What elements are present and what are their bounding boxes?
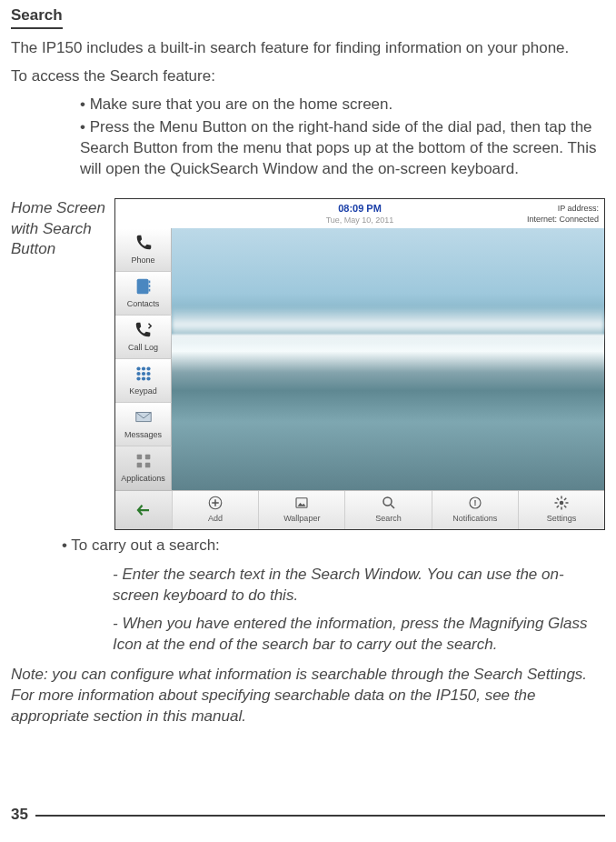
notifications-icon: ! bbox=[467, 495, 483, 511]
sidebar-item-call-log[interactable]: Call Log bbox=[115, 316, 172, 359]
footer-rule bbox=[35, 815, 605, 817]
svg-point-10 bbox=[136, 376, 140, 380]
sidebar-item-label: Contacts bbox=[127, 298, 160, 309]
bullet-item: • Press the Menu Button on the right-han… bbox=[80, 117, 605, 180]
sidebar-item-label: Call Log bbox=[128, 342, 158, 353]
menu-item-settings[interactable]: Settings bbox=[518, 491, 604, 529]
screenshot: 08:09 PM Tue, May 10, 2011 IP address: I… bbox=[114, 198, 605, 530]
menu-item-search[interactable]: Search bbox=[344, 491, 431, 529]
bullet-item: • Make sure that you are on the home scr… bbox=[80, 95, 605, 115]
sub-bullet-item: - Enter the search text in the Search Wi… bbox=[113, 565, 605, 606]
sidebar-item-keypad[interactable]: Keypad bbox=[115, 359, 172, 403]
svg-point-9 bbox=[146, 372, 150, 376]
sidebar-item-applications[interactable]: Applications bbox=[115, 446, 172, 490]
svg-rect-1 bbox=[148, 281, 150, 284]
sidebar-item-label: Keypad bbox=[129, 386, 157, 396]
network-status-label: Internet: Connected bbox=[527, 214, 599, 225]
svg-point-7 bbox=[136, 372, 140, 376]
sidebar-item-contacts[interactable]: Contacts bbox=[115, 272, 172, 316]
sidebar-item-label: Phone bbox=[131, 255, 154, 266]
figure: Home Screen with Search Button 08:09 PM … bbox=[11, 198, 605, 530]
back-icon bbox=[135, 502, 152, 518]
intro-paragraph-2: To access the Search feature: bbox=[11, 66, 605, 87]
sidebar: Phone Contacts Call Log bbox=[115, 228, 172, 490]
call-log-icon bbox=[134, 320, 154, 340]
keypad-icon bbox=[134, 364, 154, 384]
page-number: 35 bbox=[11, 805, 28, 826]
manual-page: Search The IP150 includes a built-in sea… bbox=[0, 0, 616, 842]
menu-item-label: Wallpaper bbox=[283, 513, 320, 524]
menu-item-label: Add bbox=[208, 513, 223, 524]
figure-caption: Home Screen with Search Button bbox=[11, 198, 114, 261]
status-center: 08:09 PM Tue, May 10, 2011 bbox=[239, 202, 481, 226]
menu-item-notifications[interactable]: ! Notifications bbox=[432, 491, 518, 529]
phone-icon bbox=[134, 233, 154, 253]
svg-point-22 bbox=[560, 501, 564, 506]
intro-paragraph-1: The IP150 includes a built-in search fea… bbox=[11, 38, 605, 59]
sidebar-item-phone[interactable]: Phone bbox=[115, 228, 172, 272]
apps-icon bbox=[134, 451, 154, 471]
bullet-item: • To carry out a search: bbox=[62, 536, 605, 556]
status-time: 08:09 PM bbox=[239, 202, 481, 216]
page-footer: 35 bbox=[11, 805, 605, 826]
contacts-icon bbox=[134, 276, 154, 296]
svg-rect-3 bbox=[148, 289, 150, 292]
messages-icon bbox=[134, 407, 154, 427]
back-button[interactable] bbox=[115, 491, 172, 529]
section-heading: Search bbox=[11, 5, 63, 29]
add-icon bbox=[207, 495, 224, 511]
svg-point-11 bbox=[141, 376, 144, 380]
ip-address-label: IP address: bbox=[558, 203, 599, 214]
svg-rect-15 bbox=[136, 463, 142, 467]
menu-item-label: Settings bbox=[547, 513, 577, 524]
status-date: Tue, May 10, 2011 bbox=[239, 215, 481, 226]
menu-item-wallpaper[interactable]: Wallpaper bbox=[258, 491, 344, 529]
phone-home-screen: 08:09 PM Tue, May 10, 2011 IP address: I… bbox=[115, 199, 604, 529]
svg-rect-14 bbox=[144, 455, 150, 460]
sub-bullet-list: - Enter the search text in the Search Wi… bbox=[113, 565, 605, 656]
menu-item-add[interactable]: Add bbox=[172, 491, 258, 529]
sidebar-item-messages[interactable]: Messages bbox=[115, 403, 172, 446]
svg-rect-0 bbox=[136, 279, 148, 295]
svg-text:!: ! bbox=[473, 498, 476, 507]
search-icon bbox=[381, 495, 397, 511]
status-bar: 08:09 PM Tue, May 10, 2011 IP address: I… bbox=[115, 199, 604, 226]
wallpaper-area bbox=[172, 228, 604, 490]
sub-bullet-item: - When you have entered the information,… bbox=[113, 614, 605, 656]
note-paragraph: Note: you can configure what information… bbox=[11, 665, 605, 727]
svg-point-12 bbox=[146, 376, 150, 380]
svg-rect-13 bbox=[136, 455, 142, 460]
svg-point-19 bbox=[383, 497, 392, 506]
status-right: IP address: Internet: Connected bbox=[481, 203, 599, 225]
svg-point-4 bbox=[136, 366, 140, 370]
svg-point-8 bbox=[141, 372, 144, 376]
sidebar-item-label: Messages bbox=[124, 429, 162, 440]
bottom-menu-bar: Add Wallpaper Search bbox=[115, 490, 604, 529]
svg-rect-2 bbox=[148, 285, 150, 287]
svg-point-5 bbox=[141, 366, 144, 370]
wallpaper-icon bbox=[293, 495, 310, 511]
settings-icon bbox=[553, 495, 570, 511]
svg-point-6 bbox=[146, 366, 150, 370]
menu-item-label: Search bbox=[375, 513, 402, 524]
menu-item-label: Notifications bbox=[452, 513, 497, 524]
sidebar-item-label: Applications bbox=[121, 473, 165, 484]
svg-rect-16 bbox=[144, 463, 150, 467]
bullet-list: • Make sure that you are on the home scr… bbox=[80, 95, 605, 180]
home-body: Phone Contacts Call Log bbox=[115, 228, 604, 490]
bullet-list-2: • To carry out a search: bbox=[62, 536, 605, 556]
